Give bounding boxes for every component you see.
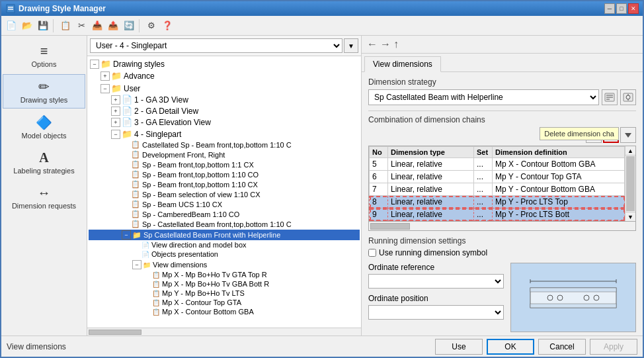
tree-row-singlepart[interactable]: − 📁 4 - Singlepart [89, 128, 360, 140]
apply-button[interactable]: Apply [590, 339, 637, 355]
toolbar-help[interactable]: ❓ [160, 19, 175, 33]
toolbar-import[interactable]: 📥 [90, 19, 104, 33]
table-row[interactable]: 6 Linear, relative ... Mp Y - Contour To… [370, 171, 625, 183]
tree-row-view-dir[interactable]: 📄 View direction and model box [89, 240, 360, 249]
tree-row-advance[interactable]: + 📁 Advance [89, 70, 360, 81]
expander-view-dim[interactable]: − [132, 260, 141, 269]
table-row[interactable]: 7 Linear, relative ... Mp Y - Contour Bo… [370, 183, 625, 196]
table-vscroll[interactable]: ▲ ▼ [625, 146, 635, 221]
tree-row-mpy-lts[interactable]: 📋 Mp Y - Mp Bo+Ho Tv LTS [89, 289, 360, 298]
cell-no-6: 6 [370, 171, 388, 183]
expander-singlepart[interactable]: − [111, 130, 120, 139]
nav-up-button[interactable]: ↑ [393, 38, 399, 50]
sidebar-item-options[interactable]: ≡ Options [3, 39, 85, 73]
table-row[interactable]: 8 Linear, relative ... Mp Y - Proc LTS T… [370, 196, 625, 208]
tree-row-mpx-gba[interactable]: 📋 Mp X - Mp Bo+Ho Tv GBA Bott R [89, 279, 360, 289]
tree-row-sp-beam-cx[interactable]: 📋 Sp - Beam front,top,bottom 1:10 CX [89, 179, 360, 189]
tree-dropdown-btn[interactable]: ▼ [344, 38, 358, 53]
running-dim-section: Running dimension settings Use running d… [368, 236, 636, 257]
dimension-requests-icon: ↔ [38, 185, 51, 201]
running-dim-checkbox-label[interactable]: Use running dimension symbol [368, 248, 636, 257]
nav-forward-button[interactable]: → [380, 38, 391, 50]
tree-row-sp-beam-co[interactable]: 📋 Sp - Beam front,top,bottom 1:10 CO [89, 169, 360, 179]
tree-node-cast-helper: − 📁 Sp Castellated Beam Front with Helpe… [89, 229, 360, 318]
tree-label-mpx-cbot: Mp X - Contour Bottom GBA [162, 308, 254, 316]
strategy-settings-btn[interactable] [620, 89, 636, 105]
tree-row-drawing-styles[interactable]: − 📁 Drawing styles [89, 58, 360, 69]
toolbar-save[interactable]: 💾 [36, 19, 50, 33]
tree-row-dev-front[interactable]: 📋 Development Front, Right [89, 150, 360, 159]
tree-row-sp-sel[interactable]: 📋 Sp - Beam selection of view 1:10 CX [89, 189, 360, 199]
scroll-down-btn[interactable]: ▼ [625, 212, 635, 221]
strategy-edit-btn[interactable] [602, 89, 618, 105]
scroll-thumb[interactable] [626, 156, 635, 211]
tree-row-mpx-gta[interactable]: 📋 Mp X - Mp Bo+Ho Tv GTA Top R [89, 270, 360, 279]
tree-row-sp-cast2[interactable]: 📋 Sp - Castellated Beam front,top,bottom… [89, 219, 360, 229]
tree-row-cast-helper[interactable]: − 📁 Sp Castellated Beam Front with Helpe… [89, 230, 360, 240]
sidebar-item-drawing-styles[interactable]: ✏ Drawing styles [3, 74, 85, 109]
tree-hscroll-thumb[interactable] [89, 330, 141, 335]
table-hscroll-thumb[interactable] [370, 223, 410, 230]
cancel-button[interactable]: Cancel [538, 339, 586, 355]
nav-back-button[interactable]: ← [367, 38, 378, 50]
maximize-button[interactable]: □ [616, 3, 627, 14]
cell-set-7: ... [474, 183, 493, 196]
use-button[interactable]: Use [435, 339, 483, 355]
cell-no-9: 9 [370, 208, 388, 221]
ordinate-pos-select[interactable] [368, 305, 504, 320]
close-button[interactable]: ✕ [628, 3, 639, 14]
tree-label-view-dir: View direction and model box [151, 241, 247, 249]
sidebar-item-labeling-strategies[interactable]: A Labeling strategies [3, 146, 85, 179]
tree-row-sp-beam-11[interactable]: 📋 Sp - Beam front,top,bottom 1:1 CX [89, 159, 360, 169]
toolbar-open[interactable]: 📂 [20, 19, 34, 33]
scroll-up-btn[interactable]: ▲ [625, 146, 635, 156]
tab-view-dimensions[interactable]: View dimensions [364, 56, 441, 72]
expander-advance[interactable]: + [101, 71, 110, 81]
tree-row-cast-sp[interactable]: 📋 Castellated Sp - Beam front,top,bottom… [89, 140, 360, 150]
table-row[interactable]: 5 Linear, relative ... Mp X - Contour Bo… [370, 158, 625, 171]
expander-drawing-styles[interactable]: − [90, 60, 99, 69]
content-area: ≡ Options ✏ Drawing styles 🔷 Model objec… [1, 36, 643, 336]
delete-tooltip: Delete dimension cha [540, 127, 619, 140]
toolbar-refresh[interactable]: 🔄 [122, 19, 136, 33]
expander-ga3d[interactable]: + [111, 95, 120, 105]
ok-button[interactable]: OK [487, 339, 534, 355]
toolbar-export[interactable]: 📤 [106, 19, 120, 33]
tree-dropdown-select[interactable]: User - 4 - Singlepart [90, 38, 342, 53]
tree-hscroll[interactable] [87, 328, 361, 336]
tree-row-sp-camb[interactable]: 📋 Sp - CamberedBeam 1:10 CO [89, 209, 360, 219]
tree-row-mpx-ctop[interactable]: 📋 Mp X - Contour Top GTA [89, 298, 360, 307]
tree-row-view-dim[interactable]: − 📁 View dimensions [89, 259, 360, 270]
tree-row-user[interactable]: − 📁 User [89, 83, 360, 94]
button-row: Use OK Cancel Apply [435, 339, 637, 355]
table-row[interactable]: 9 Linear, relative ... Mp Y - Proc LTS B… [370, 208, 625, 221]
tree-row-obj-pres[interactable]: 📄 Objects presentation [89, 249, 360, 259]
tree-row-ga-detail[interactable]: + 📄 2 - GA Detail View [89, 105, 360, 116]
tree-row-sp-ucs[interactable]: 📋 Sp - Beam UCS 1:10 CX [89, 199, 360, 209]
tree-row-ga-elev[interactable]: + 📄 3 - GA Elevation View [89, 116, 360, 128]
strategy-select[interactable]: Sp Castellated Beam with Helperline [368, 89, 599, 105]
svg-rect-16 [530, 288, 616, 292]
model-objects-icon: 🔷 [36, 114, 52, 130]
tree-row-ga3d[interactable]: + 📄 1 - GA 3D View [89, 94, 360, 105]
ordinate-ref-select[interactable] [368, 274, 504, 289]
expander-user[interactable]: − [101, 84, 110, 93]
toolbar-cut[interactable]: ✂ [74, 19, 89, 33]
tree-node-user: − 📁 User + 📄 1 - GA 3D View [89, 82, 360, 319]
toolbar-settings[interactable]: ⚙ [144, 19, 159, 33]
move-down-btn[interactable] [620, 127, 636, 143]
cell-set-9: ... [474, 208, 493, 221]
expander-cast-helper[interactable]: − [122, 230, 131, 240]
toolbar-new[interactable]: 📄 [4, 19, 19, 33]
minimize-button[interactable]: ─ [604, 3, 615, 14]
sidebar-item-model-objects[interactable]: 🔷 Model objects [3, 110, 85, 144]
table-hscroll[interactable] [368, 222, 636, 231]
toolbar-copy[interactable]: 📋 [58, 19, 73, 33]
tree-panel: User - 4 - Singlepart ▼ − 📁 Drawing styl… [87, 36, 362, 336]
sidebar-item-dimension-requests[interactable]: ↔ Dimension requests [3, 181, 85, 214]
tree-scroll[interactable]: − 📁 Drawing styles + 📁 Advance [87, 56, 361, 328]
running-dim-checkbox[interactable] [368, 249, 376, 257]
tree-row-mpx-cbot[interactable]: 📋 Mp X - Contour Bottom GBA [89, 307, 360, 316]
expander-ga-elev[interactable]: + [111, 118, 120, 127]
expander-ga-detail[interactable]: + [111, 107, 120, 116]
